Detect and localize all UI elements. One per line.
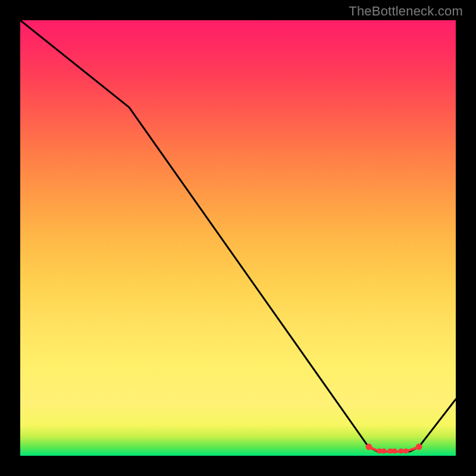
plot-area <box>20 20 456 456</box>
svg-point-6 <box>403 449 408 453</box>
watermark-text: TheBottleneck.com <box>349 4 463 19</box>
flat-region-markers <box>366 444 422 453</box>
svg-point-7 <box>416 444 422 450</box>
svg-point-2 <box>381 449 386 453</box>
svg-point-5 <box>399 449 403 453</box>
svg-point-4 <box>392 449 397 453</box>
svg-point-0 <box>366 444 372 450</box>
marker-layer <box>20 20 456 456</box>
chart-frame: TheBottleneck.com <box>0 0 476 476</box>
